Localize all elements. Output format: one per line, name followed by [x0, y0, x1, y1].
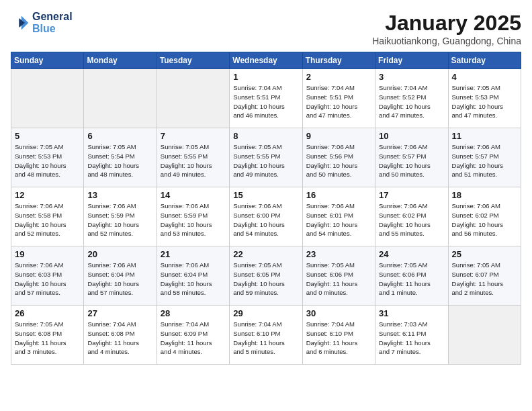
- day-info: Sunrise: 7:04 AMSunset: 5:52 PMDaylight:…: [379, 83, 444, 120]
- day-number: 17: [379, 190, 444, 200]
- calendar-cell: 2Sunrise: 7:04 AMSunset: 5:51 PMDaylight…: [302, 69, 375, 128]
- day-info: Sunrise: 7:06 AMSunset: 6:04 PMDaylight:…: [87, 261, 152, 298]
- day-info: Sunrise: 7:06 AMSunset: 5:56 PMDaylight:…: [306, 142, 371, 179]
- day-number: 2: [306, 72, 371, 82]
- day-number: 12: [15, 190, 80, 200]
- calendar-table: SundayMondayTuesdayWednesdayThursdayFrid…: [11, 52, 521, 365]
- day-info: Sunrise: 7:05 AMSunset: 6:07 PMDaylight:…: [452, 261, 517, 298]
- day-number: 28: [161, 308, 226, 318]
- day-info: Sunrise: 7:05 AMSunset: 6:06 PMDaylight:…: [379, 261, 444, 298]
- weekday-header-tuesday: Tuesday: [157, 52, 229, 69]
- day-number: 15: [233, 190, 298, 200]
- logo-icon: [11, 13, 30, 32]
- day-info: Sunrise: 7:06 AMSunset: 5:57 PMDaylight:…: [452, 142, 517, 179]
- day-info: Sunrise: 7:06 AMSunset: 5:59 PMDaylight:…: [87, 201, 152, 238]
- calendar-cell: 3Sunrise: 7:04 AMSunset: 5:52 PMDaylight…: [375, 69, 448, 128]
- day-number: 1: [233, 72, 298, 82]
- page-header: General Blue January 2025 Haikuotiankong…: [11, 11, 521, 46]
- month-title: January 2025: [372, 11, 521, 36]
- logo: General Blue: [11, 11, 73, 35]
- weekday-header-row: SundayMondayTuesdayWednesdayThursdayFrid…: [11, 52, 521, 69]
- calendar-cell: 11Sunrise: 7:06 AMSunset: 5:57 PMDayligh…: [448, 128, 521, 187]
- weekday-header-friday: Friday: [375, 52, 448, 69]
- weekday-header-saturday: Saturday: [448, 52, 521, 69]
- day-info: Sunrise: 7:04 AMSunset: 6:09 PMDaylight:…: [161, 320, 226, 357]
- calendar-cell: 7Sunrise: 7:05 AMSunset: 5:55 PMDaylight…: [157, 128, 229, 187]
- calendar-cell: 8Sunrise: 7:05 AMSunset: 5:55 PMDaylight…: [230, 128, 302, 187]
- day-number: 9: [306, 131, 371, 141]
- calendar-cell: 26Sunrise: 7:05 AMSunset: 6:08 PMDayligh…: [11, 306, 84, 365]
- day-info: Sunrise: 7:06 AMSunset: 6:02 PMDaylight:…: [452, 201, 517, 238]
- day-number: 20: [87, 249, 152, 259]
- day-info: Sunrise: 7:06 AMSunset: 5:57 PMDaylight:…: [379, 142, 444, 179]
- calendar-cell: 12Sunrise: 7:06 AMSunset: 5:58 PMDayligh…: [11, 187, 84, 246]
- calendar-cell: 30Sunrise: 7:04 AMSunset: 6:10 PMDayligh…: [302, 306, 375, 365]
- weekday-header-sunday: Sunday: [11, 52, 84, 69]
- day-number: 16: [306, 190, 371, 200]
- day-info: Sunrise: 7:04 AMSunset: 5:51 PMDaylight:…: [233, 83, 298, 120]
- day-info: Sunrise: 7:05 AMSunset: 5:53 PMDaylight:…: [452, 83, 517, 120]
- calendar-cell: 14Sunrise: 7:06 AMSunset: 5:59 PMDayligh…: [157, 187, 229, 246]
- day-info: Sunrise: 7:05 AMSunset: 5:53 PMDaylight:…: [15, 142, 80, 179]
- day-info: Sunrise: 7:06 AMSunset: 6:04 PMDaylight:…: [161, 261, 226, 298]
- calendar-cell: 27Sunrise: 7:04 AMSunset: 6:08 PMDayligh…: [84, 306, 157, 365]
- day-info: Sunrise: 7:06 AMSunset: 5:58 PMDaylight:…: [15, 201, 80, 238]
- calendar-cell: 25Sunrise: 7:05 AMSunset: 6:07 PMDayligh…: [448, 246, 521, 306]
- day-number: 5: [15, 131, 80, 141]
- day-number: 7: [161, 131, 226, 141]
- day-info: Sunrise: 7:06 AMSunset: 6:03 PMDaylight:…: [15, 261, 80, 298]
- title-block: January 2025 Haikuotiankong, Guangdong, …: [372, 11, 521, 46]
- day-number: 26: [15, 308, 80, 318]
- day-number: 23: [306, 249, 371, 259]
- day-number: 6: [87, 131, 152, 141]
- day-info: Sunrise: 7:05 AMSunset: 6:05 PMDaylight:…: [233, 261, 298, 298]
- calendar-cell: 15Sunrise: 7:06 AMSunset: 6:00 PMDayligh…: [230, 187, 302, 246]
- weekday-header-wednesday: Wednesday: [230, 52, 302, 69]
- day-info: Sunrise: 7:04 AMSunset: 6:10 PMDaylight:…: [306, 320, 371, 357]
- day-number: 27: [87, 308, 152, 318]
- calendar-cell: [448, 306, 521, 365]
- day-info: Sunrise: 7:05 AMSunset: 5:54 PMDaylight:…: [87, 142, 152, 179]
- day-number: 8: [233, 131, 298, 141]
- day-info: Sunrise: 7:05 AMSunset: 6:06 PMDaylight:…: [306, 261, 371, 298]
- day-info: Sunrise: 7:05 AMSunset: 6:08 PMDaylight:…: [15, 320, 80, 357]
- calendar-cell: 5Sunrise: 7:05 AMSunset: 5:53 PMDaylight…: [11, 128, 84, 187]
- location-subtitle: Haikuotiankong, Guangdong, China: [372, 36, 521, 46]
- day-number: 24: [379, 249, 444, 259]
- day-number: 30: [306, 308, 371, 318]
- calendar-cell: 19Sunrise: 7:06 AMSunset: 6:03 PMDayligh…: [11, 246, 84, 306]
- day-info: Sunrise: 7:06 AMSunset: 6:00 PMDaylight:…: [233, 201, 298, 238]
- day-number: 10: [379, 131, 444, 141]
- calendar-cell: 9Sunrise: 7:06 AMSunset: 5:56 PMDaylight…: [302, 128, 375, 187]
- logo-text: General Blue: [32, 11, 73, 35]
- calendar-cell: 13Sunrise: 7:06 AMSunset: 5:59 PMDayligh…: [84, 187, 157, 246]
- calendar-week-5: 26Sunrise: 7:05 AMSunset: 6:08 PMDayligh…: [11, 306, 521, 365]
- day-info: Sunrise: 7:04 AMSunset: 5:51 PMDaylight:…: [306, 83, 371, 120]
- calendar-week-4: 19Sunrise: 7:06 AMSunset: 6:03 PMDayligh…: [11, 246, 521, 306]
- calendar-cell: 10Sunrise: 7:06 AMSunset: 5:57 PMDayligh…: [375, 128, 448, 187]
- day-info: Sunrise: 7:06 AMSunset: 5:59 PMDaylight:…: [161, 201, 226, 238]
- day-number: 3: [379, 72, 444, 82]
- calendar-cell: 16Sunrise: 7:06 AMSunset: 6:01 PMDayligh…: [302, 187, 375, 246]
- day-number: 21: [161, 249, 226, 259]
- calendar-cell: 24Sunrise: 7:05 AMSunset: 6:06 PMDayligh…: [375, 246, 448, 306]
- calendar-cell: 22Sunrise: 7:05 AMSunset: 6:05 PMDayligh…: [230, 246, 302, 306]
- calendar-cell: 23Sunrise: 7:05 AMSunset: 6:06 PMDayligh…: [302, 246, 375, 306]
- calendar-cell: 18Sunrise: 7:06 AMSunset: 6:02 PMDayligh…: [448, 187, 521, 246]
- day-info: Sunrise: 7:06 AMSunset: 6:02 PMDaylight:…: [379, 201, 444, 238]
- calendar-cell: 17Sunrise: 7:06 AMSunset: 6:02 PMDayligh…: [375, 187, 448, 246]
- calendar-cell: 31Sunrise: 7:03 AMSunset: 6:11 PMDayligh…: [375, 306, 448, 365]
- calendar-cell: [84, 69, 157, 128]
- day-number: 4: [452, 72, 517, 82]
- day-number: 22: [233, 249, 298, 259]
- day-number: 14: [161, 190, 226, 200]
- calendar-week-3: 12Sunrise: 7:06 AMSunset: 5:58 PMDayligh…: [11, 187, 521, 246]
- day-info: Sunrise: 7:04 AMSunset: 6:08 PMDaylight:…: [87, 320, 152, 357]
- calendar-cell: 29Sunrise: 7:04 AMSunset: 6:10 PMDayligh…: [230, 306, 302, 365]
- calendar-cell: 28Sunrise: 7:04 AMSunset: 6:09 PMDayligh…: [157, 306, 229, 365]
- day-number: 25: [452, 249, 517, 259]
- day-info: Sunrise: 7:04 AMSunset: 6:10 PMDaylight:…: [233, 320, 298, 357]
- calendar-cell: 4Sunrise: 7:05 AMSunset: 5:53 PMDaylight…: [448, 69, 521, 128]
- weekday-header-thursday: Thursday: [302, 52, 375, 69]
- calendar-cell: [11, 69, 84, 128]
